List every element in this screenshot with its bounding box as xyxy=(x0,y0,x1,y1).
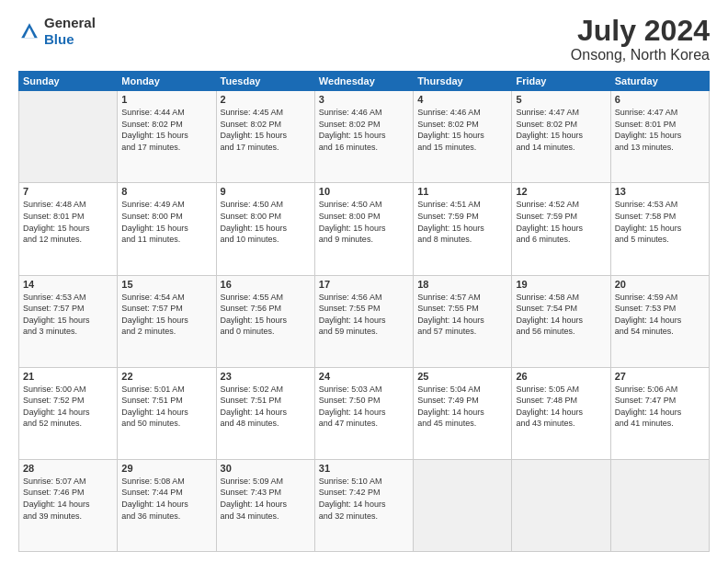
cell-content: Sunrise: 4:50 AM Sunset: 8:00 PM Dayligh… xyxy=(319,199,409,245)
logo: General Blue xyxy=(18,15,96,48)
day-number: 12 xyxy=(516,186,606,197)
week-row: 14Sunrise: 4:53 AM Sunset: 7:57 PM Dayli… xyxy=(19,275,710,367)
calendar-cell: 29Sunrise: 5:08 AM Sunset: 7:44 PM Dayli… xyxy=(118,459,216,551)
calendar-cell xyxy=(414,459,512,551)
cell-content: Sunrise: 5:10 AM Sunset: 7:42 PM Dayligh… xyxy=(319,476,409,522)
calendar-cell: 3Sunrise: 4:46 AM Sunset: 8:02 PM Daylig… xyxy=(314,91,413,183)
cell-content: Sunrise: 4:44 AM Sunset: 8:02 PM Dayligh… xyxy=(121,107,211,153)
day-number: 31 xyxy=(319,463,409,474)
calendar-cell xyxy=(512,459,610,551)
day-number: 1 xyxy=(121,94,211,105)
calendar-cell: 22Sunrise: 5:01 AM Sunset: 7:51 PM Dayli… xyxy=(118,367,216,459)
cell-content: Sunrise: 4:50 AM Sunset: 8:00 PM Dayligh… xyxy=(221,199,311,245)
cell-content: Sunrise: 4:52 AM Sunset: 7:59 PM Dayligh… xyxy=(516,199,606,245)
day-number: 28 xyxy=(23,463,113,474)
weekday-header-monday: Monday xyxy=(118,72,216,91)
calendar-cell: 19Sunrise: 4:58 AM Sunset: 7:54 PM Dayli… xyxy=(512,275,610,367)
cell-content: Sunrise: 4:51 AM Sunset: 7:59 PM Dayligh… xyxy=(417,199,507,245)
calendar-cell xyxy=(19,91,118,183)
logo-blue: Blue xyxy=(44,31,74,47)
cell-content: Sunrise: 4:46 AM Sunset: 8:02 PM Dayligh… xyxy=(319,107,409,153)
day-number: 9 xyxy=(221,186,311,197)
calendar-cell: 4Sunrise: 4:46 AM Sunset: 8:02 PM Daylig… xyxy=(414,91,512,183)
day-number: 23 xyxy=(221,371,311,382)
day-number: 20 xyxy=(615,279,705,290)
cell-content: Sunrise: 4:58 AM Sunset: 7:54 PM Dayligh… xyxy=(516,292,606,338)
calendar-cell: 27Sunrise: 5:06 AM Sunset: 7:47 PM Dayli… xyxy=(610,367,709,459)
calendar-cell: 30Sunrise: 5:09 AM Sunset: 7:43 PM Dayli… xyxy=(216,459,314,551)
day-number: 26 xyxy=(516,371,606,382)
day-number: 15 xyxy=(121,279,211,290)
logo-icon xyxy=(18,20,40,42)
calendar-cell: 23Sunrise: 5:02 AM Sunset: 7:51 PM Dayli… xyxy=(216,367,314,459)
cell-content: Sunrise: 4:53 AM Sunset: 7:57 PM Dayligh… xyxy=(23,292,113,338)
calendar-cell: 8Sunrise: 4:49 AM Sunset: 8:00 PM Daylig… xyxy=(118,183,216,275)
weekday-header-thursday: Thursday xyxy=(414,72,512,91)
logo-general: General xyxy=(44,15,96,30)
calendar-cell: 28Sunrise: 5:07 AM Sunset: 7:46 PM Dayli… xyxy=(19,459,118,551)
weekday-header-saturday: Saturday xyxy=(610,72,709,91)
day-number: 29 xyxy=(121,463,211,474)
day-number: 24 xyxy=(319,371,409,382)
week-row: 7Sunrise: 4:48 AM Sunset: 8:01 PM Daylig… xyxy=(19,183,710,275)
day-number: 2 xyxy=(221,94,311,105)
calendar-cell: 14Sunrise: 4:53 AM Sunset: 7:57 PM Dayli… xyxy=(19,275,118,367)
day-number: 11 xyxy=(417,186,507,197)
cell-content: Sunrise: 4:56 AM Sunset: 7:55 PM Dayligh… xyxy=(319,292,409,338)
week-row: 28Sunrise: 5:07 AM Sunset: 7:46 PM Dayli… xyxy=(19,459,710,551)
cell-content: Sunrise: 4:46 AM Sunset: 8:02 PM Dayligh… xyxy=(417,107,507,153)
cell-content: Sunrise: 4:47 AM Sunset: 8:02 PM Dayligh… xyxy=(516,107,606,153)
calendar-cell: 6Sunrise: 4:47 AM Sunset: 8:01 PM Daylig… xyxy=(610,91,709,183)
calendar-cell: 10Sunrise: 4:50 AM Sunset: 8:00 PM Dayli… xyxy=(314,183,413,275)
cell-content: Sunrise: 5:02 AM Sunset: 7:51 PM Dayligh… xyxy=(221,384,311,430)
calendar-cell: 17Sunrise: 4:56 AM Sunset: 7:55 PM Dayli… xyxy=(314,275,413,367)
day-number: 7 xyxy=(23,186,113,197)
day-number: 19 xyxy=(516,279,606,290)
calendar-page: General Blue July 2024 Onsong, North Kor… xyxy=(0,0,728,563)
cell-content: Sunrise: 5:08 AM Sunset: 7:44 PM Dayligh… xyxy=(121,476,211,522)
calendar-cell: 18Sunrise: 4:57 AM Sunset: 7:55 PM Dayli… xyxy=(414,275,512,367)
day-number: 6 xyxy=(615,94,705,105)
cell-content: Sunrise: 5:01 AM Sunset: 7:51 PM Dayligh… xyxy=(121,384,211,430)
week-row: 1Sunrise: 4:44 AM Sunset: 8:02 PM Daylig… xyxy=(19,91,710,183)
calendar-cell: 2Sunrise: 4:45 AM Sunset: 8:02 PM Daylig… xyxy=(216,91,314,183)
calendar-cell xyxy=(610,459,709,551)
calendar-cell: 25Sunrise: 5:04 AM Sunset: 7:49 PM Dayli… xyxy=(414,367,512,459)
weekday-header-sunday: Sunday xyxy=(19,72,118,91)
cell-content: Sunrise: 4:45 AM Sunset: 8:02 PM Dayligh… xyxy=(221,107,311,153)
cell-content: Sunrise: 4:49 AM Sunset: 8:00 PM Dayligh… xyxy=(121,199,211,245)
cell-content: Sunrise: 4:55 AM Sunset: 7:56 PM Dayligh… xyxy=(221,292,311,338)
cell-content: Sunrise: 5:03 AM Sunset: 7:50 PM Dayligh… xyxy=(319,384,409,430)
day-number: 14 xyxy=(23,279,113,290)
cell-content: Sunrise: 5:00 AM Sunset: 7:52 PM Dayligh… xyxy=(23,384,113,430)
cell-content: Sunrise: 4:47 AM Sunset: 8:01 PM Dayligh… xyxy=(615,107,705,153)
day-number: 18 xyxy=(417,279,507,290)
cell-content: Sunrise: 4:59 AM Sunset: 7:53 PM Dayligh… xyxy=(615,292,705,338)
day-number: 25 xyxy=(417,371,507,382)
weekday-row: SundayMondayTuesdayWednesdayThursdayFrid… xyxy=(19,72,710,91)
cell-content: Sunrise: 5:06 AM Sunset: 7:47 PM Dayligh… xyxy=(615,384,705,430)
day-number: 3 xyxy=(319,94,409,105)
calendar-cell: 1Sunrise: 4:44 AM Sunset: 8:02 PM Daylig… xyxy=(118,91,216,183)
header: General Blue July 2024 Onsong, North Kor… xyxy=(18,15,710,63)
location-title: Onsong, North Korea xyxy=(571,47,710,63)
day-number: 21 xyxy=(23,371,113,382)
calendar-header: SundayMondayTuesdayWednesdayThursdayFrid… xyxy=(19,72,710,91)
day-number: 27 xyxy=(615,371,705,382)
weekday-header-tuesday: Tuesday xyxy=(216,72,314,91)
calendar-cell: 13Sunrise: 4:53 AM Sunset: 7:58 PM Dayli… xyxy=(610,183,709,275)
calendar-cell: 7Sunrise: 4:48 AM Sunset: 8:01 PM Daylig… xyxy=(19,183,118,275)
day-number: 10 xyxy=(319,186,409,197)
cell-content: Sunrise: 4:53 AM Sunset: 7:58 PM Dayligh… xyxy=(615,199,705,245)
cell-content: Sunrise: 4:57 AM Sunset: 7:55 PM Dayligh… xyxy=(417,292,507,338)
day-number: 4 xyxy=(417,94,507,105)
calendar-cell: 5Sunrise: 4:47 AM Sunset: 8:02 PM Daylig… xyxy=(512,91,610,183)
cell-content: Sunrise: 5:07 AM Sunset: 7:46 PM Dayligh… xyxy=(23,476,113,522)
cell-content: Sunrise: 4:48 AM Sunset: 8:01 PM Dayligh… xyxy=(23,199,113,245)
cell-content: Sunrise: 5:04 AM Sunset: 7:49 PM Dayligh… xyxy=(417,384,507,430)
weekday-header-friday: Friday xyxy=(512,72,610,91)
weekday-header-wednesday: Wednesday xyxy=(314,72,413,91)
calendar-cell: 12Sunrise: 4:52 AM Sunset: 7:59 PM Dayli… xyxy=(512,183,610,275)
cell-content: Sunrise: 4:54 AM Sunset: 7:57 PM Dayligh… xyxy=(121,292,211,338)
day-number: 22 xyxy=(121,371,211,382)
